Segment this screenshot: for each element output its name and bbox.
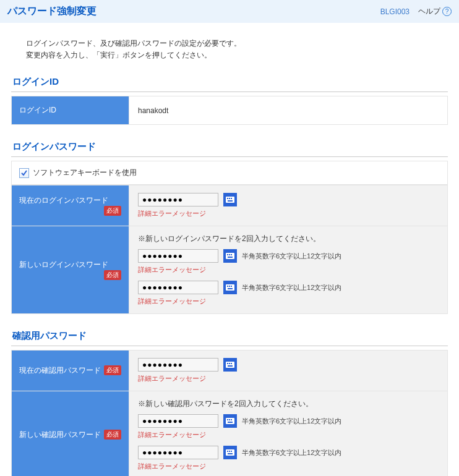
svg-rect-0 <box>226 197 234 203</box>
svg-rect-5 <box>226 253 234 259</box>
svg-rect-18 <box>231 363 232 364</box>
content-area: ログインパスワード、及び確認用パスワードの設定が必要です。 変更内容を入力し、「… <box>0 23 459 476</box>
svg-rect-19 <box>228 365 233 367</box>
new-login-pw-hint-2: 半角英数字6文字以上12文字以内 <box>242 283 341 292</box>
current-login-pw-error: 詳細エラーメッセージ <box>138 209 439 218</box>
svg-rect-28 <box>231 451 232 452</box>
new-confirm-pw-hint-1: 半角英数字6文字以上12文字以内 <box>242 417 341 426</box>
intro-line2: 変更内容を入力し、「実行」ボタンを押してください。 <box>26 49 433 61</box>
svg-rect-20 <box>226 418 234 424</box>
keyboard-button[interactable] <box>223 446 237 459</box>
new-login-pw-hint-1: 半角英数字6文字以上12文字以内 <box>242 252 341 261</box>
current-login-pw-input[interactable] <box>138 193 218 206</box>
svg-rect-21 <box>227 419 228 420</box>
svg-rect-23 <box>231 419 232 420</box>
required-badge: 必須 <box>104 430 121 440</box>
svg-rect-3 <box>231 198 232 199</box>
new-login-pw-input-1[interactable] <box>138 249 218 263</box>
current-confirm-pw-error: 詳細エラーメッセージ <box>138 374 439 383</box>
new-login-pw-input-2[interactable] <box>138 281 218 294</box>
section-title-confirm-pw: 確認用パスワード <box>11 328 448 346</box>
header-right: BLGI003 ヘルプ ? <box>380 6 452 17</box>
svg-rect-26 <box>227 451 228 452</box>
soft-keyboard-label: ソフトウェアキーボードを使用 <box>33 168 137 178</box>
new-confirm-pw-input-2[interactable] <box>138 446 218 459</box>
new-confirm-pw-label: 新しい確認用パスワード <box>19 430 101 439</box>
help-label: ヘルプ <box>418 6 440 17</box>
help-link[interactable]: ヘルプ ? <box>418 6 452 17</box>
current-login-pw-label-cell: 現在のログインパスワード 必須 <box>12 185 129 226</box>
login-id-label: ログインID <box>12 96 129 125</box>
keyboard-icon <box>226 418 234 424</box>
svg-rect-22 <box>229 419 230 420</box>
check-icon <box>20 169 28 177</box>
intro-line1: ログインパスワード、及び確認用パスワードの設定が必要です。 <box>26 38 433 49</box>
svg-rect-11 <box>227 286 228 287</box>
svg-rect-16 <box>227 363 228 364</box>
svg-rect-24 <box>228 422 233 423</box>
current-confirm-pw-label: 現在の確認用パスワード <box>19 366 101 375</box>
svg-rect-29 <box>228 453 233 454</box>
svg-rect-8 <box>231 254 232 255</box>
svg-rect-12 <box>229 286 230 287</box>
new-login-pw-note: ※新しいログインパスワードを2回入力してください。 <box>138 234 439 244</box>
new-login-pw-label: 新しいログインパスワード <box>19 260 108 269</box>
soft-keyboard-row: ソフトウェアキーボードを使用 <box>11 161 448 185</box>
current-confirm-pw-cell: 詳細エラーメッセージ <box>129 351 448 391</box>
keyboard-button[interactable] <box>223 193 237 206</box>
new-confirm-pw-label-cell: 新しい確認用パスワード 必須 <box>12 391 129 476</box>
new-confirm-pw-cell: ※新しい確認用パスワードを2回入力してください。 半角英数字6文字以上12文字以… <box>129 391 448 476</box>
current-confirm-pw-input[interactable] <box>138 358 218 372</box>
new-login-pw-label-cell: 新しいログインパスワード 必須 <box>12 226 129 314</box>
svg-rect-13 <box>231 286 232 287</box>
svg-rect-27 <box>229 451 230 452</box>
new-confirm-pw-hint-2: 半角英数字6文字以上12文字以内 <box>242 448 341 457</box>
keyboard-icon <box>226 253 234 259</box>
login-id-table: ログインID hanakodt <box>11 96 448 125</box>
svg-rect-10 <box>226 284 234 291</box>
section-title-login-id: ログインID <box>11 74 448 92</box>
svg-rect-2 <box>229 198 230 199</box>
confirm-pw-table: 現在の確認用パスワード 必須 詳細エラーメッセージ 新しい確認用パスワード <box>11 350 448 476</box>
keyboard-icon <box>226 362 234 368</box>
login-pw-table: 現在のログインパスワード 必須 詳細エラーメッセージ 新しいログインパスワード <box>11 185 448 314</box>
keyboard-button[interactable] <box>223 249 237 263</box>
keyboard-button[interactable] <box>223 281 237 294</box>
current-confirm-pw-label-cell: 現在の確認用パスワード 必須 <box>12 351 129 391</box>
new-confirm-pw-input-1[interactable] <box>138 414 218 428</box>
new-confirm-pw-error-2: 詳細エラーメッセージ <box>138 462 439 471</box>
new-confirm-pw-note: ※新しい確認用パスワードを2回入力してください。 <box>138 399 439 409</box>
new-confirm-pw-error-1: 詳細エラーメッセージ <box>138 430 439 440</box>
screen-id: BLGI003 <box>380 7 410 16</box>
svg-rect-4 <box>228 200 233 202</box>
required-badge: 必須 <box>104 365 121 375</box>
required-badge: 必須 <box>104 206 121 216</box>
keyboard-icon <box>226 197 234 203</box>
required-badge: 必須 <box>104 270 121 280</box>
intro-text: ログインパスワード、及び確認用パスワードの設定が必要です。 変更内容を入力し、「… <box>26 38 433 61</box>
section-title-login-pw: ログインパスワード <box>11 138 448 157</box>
keyboard-icon <box>226 449 234 456</box>
page-header: パスワード強制変更 BLGI003 ヘルプ ? <box>0 0 459 23</box>
svg-rect-1 <box>227 198 228 199</box>
svg-rect-9 <box>228 257 233 258</box>
current-login-pw-label: 現在のログインパスワード <box>19 196 108 205</box>
new-login-pw-cell: ※新しいログインパスワードを2回入力してください。 半角英数字6文字以上12文字… <box>129 226 448 314</box>
keyboard-icon <box>226 284 234 291</box>
soft-keyboard-checkbox[interactable] <box>19 168 29 178</box>
login-id-value: hanakodt <box>129 96 448 125</box>
svg-rect-17 <box>229 363 230 364</box>
svg-rect-25 <box>226 449 234 456</box>
current-login-pw-cell: 詳細エラーメッセージ <box>129 185 448 226</box>
svg-rect-14 <box>228 288 233 289</box>
page-title: パスワード強制変更 <box>7 5 97 18</box>
svg-rect-7 <box>229 254 230 255</box>
new-login-pw-error-2: 詳細エラーメッセージ <box>138 297 439 306</box>
help-icon: ? <box>442 7 452 16</box>
new-login-pw-error-1: 詳細エラーメッセージ <box>138 265 439 274</box>
keyboard-button[interactable] <box>223 358 237 372</box>
keyboard-button[interactable] <box>223 414 237 428</box>
svg-rect-6 <box>227 254 228 255</box>
svg-rect-15 <box>226 362 234 368</box>
